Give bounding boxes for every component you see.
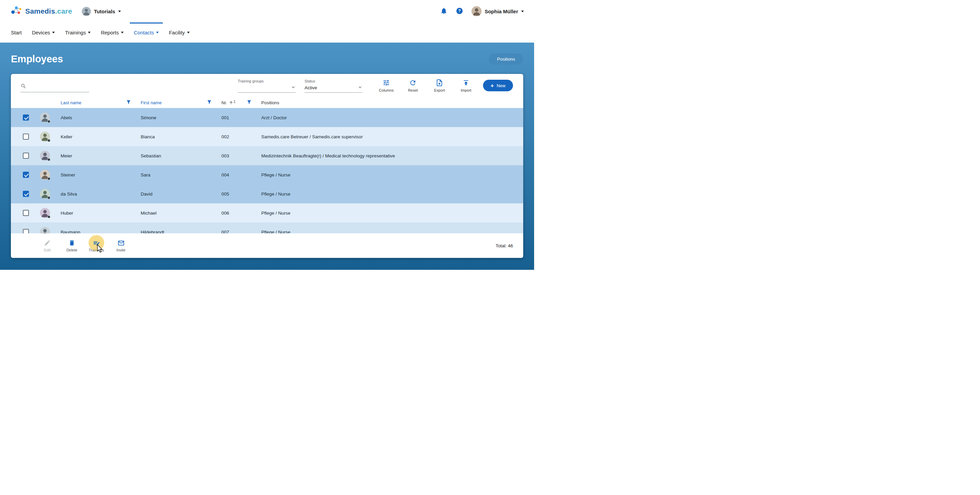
table-row[interactable]: da Silva David 005 Pflege / Nurse <box>11 184 523 204</box>
pencil-icon <box>44 239 51 247</box>
columns-button[interactable]: Columns <box>374 79 399 92</box>
header-last-name[interactable]: Last name <box>56 99 136 106</box>
avatar <box>40 208 50 218</box>
filter-icon[interactable] <box>207 99 212 106</box>
search-icon <box>21 83 27 91</box>
status-field: Status Active <box>304 78 363 93</box>
status-label: Status <box>304 79 363 83</box>
total-count: Total: 46 <box>496 243 523 248</box>
nav-item-start[interactable]: Start <box>11 22 22 43</box>
training-groups-select[interactable] <box>238 85 296 93</box>
avatar <box>40 227 50 233</box>
training-groups-label: Training groups <box>238 79 296 83</box>
positions-cell: Medizintechnik Beauftragte(r) / Medical … <box>256 153 523 158</box>
header-positions: Positions <box>256 100 523 105</box>
table-row[interactable]: Keller Bianca 002 Samedis.care Betreuer … <box>11 127 523 146</box>
nr-cell: 002 <box>216 134 256 139</box>
header-nr[interactable]: Nr. 1 <box>216 99 256 106</box>
last-name-cell: Huber <box>56 210 136 216</box>
nav-item-facility[interactable]: Facility <box>169 22 190 43</box>
avatar <box>40 132 50 142</box>
table-row[interactable]: Steiner Sara 004 Pflege / Nurse <box>11 165 523 184</box>
avatar <box>40 112 50 123</box>
sort-priority-badge: 1 <box>234 100 236 103</box>
invite-button[interactable]: Invite <box>111 239 131 252</box>
last-name-cell: Keller <box>56 134 136 139</box>
delete-button[interactable]: Delete <box>62 239 82 252</box>
nav-item-trainings[interactable]: Trainings <box>65 22 91 43</box>
notifications-button[interactable] <box>440 7 448 16</box>
user-menu[interactable]: Sophia Müller <box>471 6 524 16</box>
nr-cell: 003 <box>216 153 256 158</box>
export-excel-icon <box>436 79 443 87</box>
nr-cell: 001 <box>216 115 256 120</box>
row-checkbox[interactable] <box>23 172 29 178</box>
export-button[interactable]: Export <box>427 79 452 92</box>
nr-cell: 006 <box>216 210 256 216</box>
chevron-down-icon <box>291 85 296 91</box>
molecule-logo-icon <box>10 5 22 18</box>
reset-icon <box>409 79 417 87</box>
filter-icon[interactable] <box>126 99 131 106</box>
positions-cell: Pflege / Nurse <box>256 172 523 177</box>
row-checkbox[interactable] <box>23 229 29 233</box>
status-select[interactable]: Active <box>304 85 363 93</box>
positions-cell: Pflege / Nurse <box>256 229 523 234</box>
status-dot <box>47 158 51 161</box>
search-input[interactable] <box>29 84 91 89</box>
table-row[interactable]: Meier Sebastian 003 Medizintechnik Beauf… <box>11 146 523 165</box>
table-row[interactable]: Huber Michael 006 Pflege / Nurse <box>11 204 523 223</box>
first-name-cell: Hildebrandt <box>136 229 216 234</box>
last-name-cell: da Silva <box>56 191 136 197</box>
chevron-down-icon <box>156 32 159 33</box>
trash-icon <box>68 239 75 247</box>
avatar <box>40 151 50 161</box>
reset-button[interactable]: Reset <box>401 79 425 92</box>
svg-text:?: ? <box>458 8 461 13</box>
row-checkbox[interactable] <box>23 191 29 197</box>
positions-cell: Samedis.care Betreuer / Samedis.care sup… <box>256 134 523 139</box>
header-first-name[interactable]: First name <box>136 99 216 106</box>
nav-item-devices[interactable]: Devices <box>32 22 55 43</box>
positions-cell: Pflege / Nurse <box>256 210 523 216</box>
workspace-avatar <box>82 7 91 16</box>
nav-item-contacts[interactable]: Contacts <box>134 22 159 43</box>
selection-action-bar: Edit Delete Trainings <box>11 233 523 258</box>
table-header: Last name First name Nr. <box>11 97 523 108</box>
workspace-menu[interactable]: Tutorials <box>82 7 121 16</box>
edit-note-icon <box>93 239 100 247</box>
workspace-label: Tutorials <box>94 8 115 14</box>
row-checkbox[interactable] <box>23 134 29 140</box>
row-checkbox[interactable] <box>23 153 29 159</box>
brand-name: Samedis.care <box>25 7 72 15</box>
help-button[interactable]: ? <box>456 7 463 16</box>
positions-cell: Pflege / Nurse <box>256 191 523 197</box>
import-button[interactable]: Import <box>454 79 478 92</box>
positions-button[interactable]: Positions <box>489 54 523 65</box>
table-row[interactable]: Abels Simone 001 Arzt / Doctor <box>11 108 523 127</box>
edit-button[interactable]: Edit <box>37 239 57 252</box>
training-groups-field: Training groups <box>238 78 296 93</box>
table-row[interactable]: Baumann Hildebrandt 007 Pflege / Nurse <box>11 223 523 233</box>
first-name-cell: Bianca <box>136 134 216 139</box>
new-button[interactable]: + New <box>483 80 513 91</box>
search-box[interactable] <box>21 81 89 92</box>
chevron-down-icon <box>521 11 524 12</box>
mail-icon <box>118 239 125 247</box>
status-dot <box>47 120 51 123</box>
nav-item-reports[interactable]: Reports <box>101 22 124 43</box>
first-name-cell: Michael <box>136 210 216 216</box>
chevron-down-icon <box>88 32 91 33</box>
help-icon: ? <box>456 7 463 16</box>
avatar <box>40 170 50 180</box>
row-checkbox[interactable] <box>23 210 29 216</box>
top-bar: Samedis.care Tutorials ? <box>0 0 534 22</box>
row-checkbox[interactable] <box>23 115 29 121</box>
filter-icon[interactable] <box>247 99 252 106</box>
trainings-button[interactable]: Trainings <box>86 239 106 252</box>
brand-logo[interactable]: Samedis.care <box>10 5 72 18</box>
nr-cell: 007 <box>216 229 256 234</box>
chevron-down-icon <box>358 85 363 91</box>
employees-card: Training groups Status Active <box>11 74 523 258</box>
first-name-cell: David <box>136 191 216 197</box>
